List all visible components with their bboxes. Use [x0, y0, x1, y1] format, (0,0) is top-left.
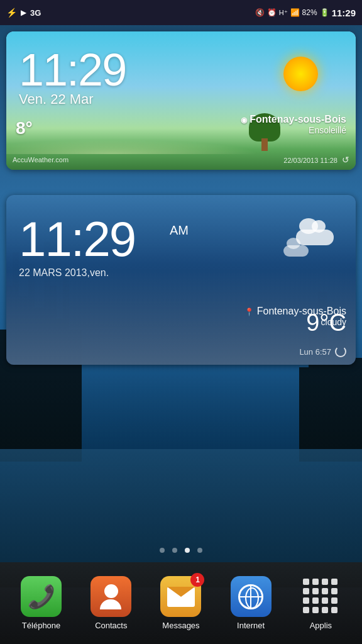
- widget1-source: AccuWeather.com: [13, 156, 69, 164]
- dock-item-apps[interactable]: Applis: [289, 576, 352, 630]
- dock-item-phone[interactable]: 📞 Téléphone: [10, 576, 73, 630]
- apps-dot: [322, 607, 328, 613]
- dock: 📞 Téléphone Contacts 1 Messages Internet: [0, 562, 362, 644]
- widget1-updated: 22/03/2013 11:28 ↺: [283, 155, 349, 165]
- widget1-temperature: 8°: [16, 118, 33, 138]
- apps-dot: [322, 579, 328, 585]
- weather-widget-2: 11:29 AM 22 MARS 2013,ven. 📍 Fontenay-so…: [6, 195, 356, 365]
- battery-label: 82%: [302, 8, 317, 17]
- apps-dot: [303, 579, 309, 585]
- phone-handset-icon: 📞: [27, 584, 55, 610]
- mute-icon: 🔇: [255, 8, 265, 17]
- status-bar: ⚡ ▶ 3G 🔇 ⏰ H⁺ 📶 82% 🔋 11:29: [0, 0, 362, 25]
- clock-status: 11:29: [332, 8, 356, 18]
- widget1-date: Ven. 22 Mar: [19, 91, 94, 108]
- apps-dot: [322, 588, 328, 594]
- page-dot-2[interactable]: [172, 548, 177, 553]
- weather-widget-1: 11:29 Ven. 22 Mar 8° ◉ Fontenay-sous-Boi…: [6, 31, 356, 170]
- page-dot-1[interactable]: [160, 548, 165, 553]
- envelope-icon: [167, 587, 195, 607]
- page-dot-4[interactable]: [197, 548, 202, 553]
- 3g-label: 3G: [30, 8, 41, 18]
- cloud-small-main: [283, 245, 309, 257]
- widget1-time: 11:29: [19, 44, 126, 96]
- widget2-footer: Lun 6:57: [299, 346, 346, 357]
- messages-label: Messages: [162, 621, 199, 630]
- messages-icon-bg: 1: [160, 576, 201, 617]
- dock-item-contacts[interactable]: Contacts: [80, 576, 143, 630]
- apps-icon-bg: [300, 576, 341, 617]
- status-right-icons: 🔇 ⏰ H⁺ 📶 82% 🔋 11:29: [255, 8, 356, 18]
- contacts-person-icon: [100, 584, 123, 609]
- widget2-ampm: AM: [170, 223, 189, 238]
- widget2-temperature: 9°C: [306, 309, 346, 336]
- contacts-icon-bg: [90, 576, 131, 617]
- dock-item-messages[interactable]: 1 Messages: [150, 576, 212, 630]
- apps-dot: [331, 579, 337, 585]
- apps-label: Applis: [310, 621, 332, 630]
- apps-dot: [312, 597, 319, 604]
- dock-item-internet[interactable]: Internet: [219, 576, 282, 630]
- widget1-footer: AccuWeather.com 22/03/2013 11:28 ↺: [13, 155, 349, 165]
- apps-dot: [331, 588, 337, 594]
- phone-icon-bg: 📞: [21, 576, 62, 617]
- widget1-location: ◉ Fontenay-sous-Bois Ensoleillé: [241, 114, 346, 135]
- globe-icon: [238, 584, 263, 609]
- internet-icon-bg: [231, 576, 272, 617]
- page-indicator: [0, 548, 362, 553]
- apps-dot: [303, 588, 309, 594]
- signal-icon: 📶: [290, 8, 300, 17]
- play-icon: ▶: [21, 8, 26, 17]
- widget1-location-name: ◉ Fontenay-sous-Bois: [241, 114, 346, 125]
- apps-dot: [322, 597, 328, 604]
- battery-icon: 🔋: [320, 8, 329, 17]
- widget2-updated: Lun 6:57: [299, 347, 331, 357]
- widget2-time: 11:29: [19, 211, 135, 268]
- apps-dot: [331, 597, 337, 604]
- status-left-icons: ⚡ ▶ 3G: [6, 8, 41, 18]
- person-body: [100, 599, 121, 609]
- phone-label: Téléphone: [22, 621, 60, 630]
- widget1-tree-trunk: [261, 138, 268, 151]
- apps-dot: [303, 597, 309, 604]
- alarm-icon: ⏰: [267, 8, 277, 17]
- widget2-refresh-icon[interactable]: [335, 346, 346, 357]
- contacts-label: Contacts: [95, 621, 127, 630]
- widget2-cloud-icon: [290, 217, 340, 263]
- apps-dot: [312, 607, 319, 613]
- apps-dot: [331, 607, 337, 613]
- person-head: [104, 584, 118, 598]
- apps-grid-icon: [303, 579, 339, 614]
- usb-icon: ⚡: [6, 8, 17, 18]
- apps-dot: [303, 607, 309, 613]
- messages-badge: 1: [190, 573, 204, 587]
- network-activity-icon: H⁺: [279, 9, 288, 17]
- internet-label: Internet: [237, 621, 265, 630]
- widget2-date: 22 MARS 2013,ven.: [19, 267, 109, 279]
- page-dot-3[interactable]: [185, 548, 190, 553]
- apps-dot: [312, 588, 319, 594]
- widget1-weather-desc: Ensoleillé: [241, 125, 346, 135]
- widget1-sun: [283, 57, 318, 91]
- apps-dot: [312, 579, 319, 585]
- globe-oval: [245, 587, 259, 609]
